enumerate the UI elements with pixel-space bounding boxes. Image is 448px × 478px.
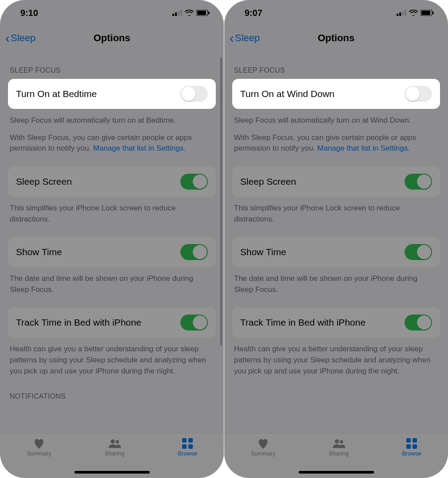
- home-indicator[interactable]: [74, 471, 150, 474]
- row-show-time[interactable]: Show Time: [232, 237, 440, 267]
- tab-bar: Summary Sharing Browse: [224, 433, 448, 478]
- svg-rect-6: [208, 12, 210, 14]
- toggle-sleep-focus[interactable]: [405, 86, 432, 102]
- nav-bar: ‹ Sleep Options: [224, 26, 448, 51]
- toggle-track-time[interactable]: [180, 315, 208, 330]
- row-show-time[interactable]: Show Time: [8, 237, 216, 267]
- manage-settings-link[interactable]: Manage that list in Settings.: [317, 144, 410, 152]
- scrollbar[interactable]: [220, 58, 222, 346]
- tab-sharing[interactable]: Sharing: [105, 438, 125, 457]
- toggle-sleep-screen[interactable]: [405, 174, 432, 190]
- toggle-track-time[interactable]: [405, 315, 432, 330]
- toggle-sleep-focus[interactable]: [180, 86, 208, 102]
- back-button[interactable]: ‹ Sleep: [230, 31, 260, 45]
- footnote-track-time: Health can give you a better understandi…: [232, 338, 440, 377]
- row-label: Sleep Screen: [16, 176, 72, 187]
- row-sleep-screen[interactable]: Sleep Screen: [232, 167, 440, 197]
- svg-rect-22: [406, 438, 411, 443]
- page-title: Options: [93, 32, 130, 44]
- phone-screen-left: 9:10 ‹ Sleep Options SLEEP FOCUS Turn On…: [0, 0, 224, 478]
- row-sleep-screen[interactable]: Sleep Screen: [8, 167, 216, 197]
- screen-divider: [224, 0, 225, 478]
- svg-point-21: [339, 440, 343, 444]
- phone-screen-right: 9:07 ‹ Sleep Options SLEEP FOCUS Turn On…: [224, 0, 448, 478]
- back-label: Sleep: [235, 32, 260, 44]
- footnote-track-time: Health can give you a better understandi…: [8, 338, 216, 377]
- back-button[interactable]: ‹ Sleep: [5, 31, 35, 45]
- tab-label: Summary: [27, 450, 51, 457]
- status-time: 9:10: [20, 8, 38, 18]
- heart-icon: [257, 438, 270, 449]
- tab-summary[interactable]: Summary: [251, 438, 276, 457]
- nav-bar: ‹ Sleep Options: [0, 26, 224, 51]
- row-turn-on-wind-down[interactable]: Turn On at Wind Down: [232, 79, 440, 109]
- svg-point-7: [110, 439, 114, 443]
- back-label: Sleep: [11, 32, 35, 44]
- row-label: Turn On at Bedtime: [16, 89, 97, 99]
- row-track-time[interactable]: Track Time in Bed with iPhone: [232, 307, 440, 338]
- grid-icon: [181, 438, 194, 449]
- battery-icon: [196, 8, 210, 18]
- row-label: Sleep Screen: [240, 176, 296, 187]
- content-scroll[interactable]: SLEEP FOCUS Turn On at Wind Down Sleep F…: [224, 51, 448, 377]
- tab-browse[interactable]: Browse: [178, 438, 197, 457]
- content-scroll[interactable]: SLEEP FOCUS Turn On at Bedtime Sleep Foc…: [0, 51, 224, 405]
- section-header-notifications: NOTIFICATIONS: [8, 377, 216, 405]
- svg-rect-1: [175, 12, 177, 16]
- tab-sharing[interactable]: Sharing: [329, 438, 349, 457]
- svg-rect-24: [406, 444, 411, 449]
- tab-label: Sharing: [329, 450, 349, 457]
- tab-browse[interactable]: Browse: [402, 438, 421, 457]
- svg-rect-25: [413, 444, 417, 449]
- tab-label: Browse: [402, 450, 421, 457]
- svg-rect-10: [188, 438, 193, 443]
- status-bar: 9:07: [224, 0, 448, 26]
- wifi-icon: [185, 8, 194, 18]
- battery-icon: [421, 8, 434, 18]
- tab-label: Browse: [178, 450, 197, 457]
- footnote-show-time: The date and time will be shown on your …: [232, 267, 440, 295]
- footnote-sf-2: With Sleep Focus, you can give certain p…: [8, 126, 216, 154]
- svg-rect-15: [402, 11, 404, 16]
- svg-rect-11: [182, 444, 187, 449]
- svg-rect-19: [432, 12, 434, 14]
- tab-bar: Summary Sharing Browse: [0, 433, 224, 478]
- svg-rect-0: [172, 14, 174, 16]
- svg-rect-5: [197, 11, 206, 15]
- svg-point-20: [335, 439, 339, 443]
- toggle-show-time[interactable]: [180, 244, 208, 260]
- heart-icon: [32, 438, 46, 449]
- tab-label: Summary: [251, 450, 276, 457]
- toggle-sleep-screen[interactable]: [180, 174, 208, 190]
- wifi-icon: [409, 8, 418, 18]
- status-icons: [172, 8, 210, 18]
- svg-rect-12: [188, 444, 193, 449]
- toggle-show-time[interactable]: [405, 244, 432, 260]
- tab-summary[interactable]: Summary: [27, 438, 51, 457]
- svg-rect-9: [182, 438, 187, 443]
- status-bar: 9:10: [0, 0, 224, 26]
- people-icon: [108, 438, 121, 449]
- footnote-show-time: The date and time will be shown on your …: [8, 267, 216, 295]
- row-turn-on-bedtime[interactable]: Turn On at Bedtime: [8, 79, 216, 109]
- svg-rect-2: [178, 11, 179, 16]
- row-track-time[interactable]: Track Time in Bed with iPhone: [8, 307, 216, 338]
- cellular-icon: [397, 8, 406, 18]
- comparison-stage: 9:10 ‹ Sleep Options SLEEP FOCUS Turn On…: [0, 0, 448, 478]
- svg-rect-16: [405, 10, 406, 16]
- chevron-left-icon: ‹: [5, 31, 10, 45]
- status-icons: [397, 8, 434, 18]
- row-label: Track Time in Bed with iPhone: [240, 317, 366, 328]
- section-header-sleep-focus: SLEEP FOCUS: [8, 51, 216, 79]
- svg-point-8: [115, 440, 119, 444]
- row-label: Turn On at Wind Down: [240, 89, 335, 99]
- footnote-sleep-screen: This simplifies your iPhone Lock screen …: [8, 197, 216, 225]
- svg-rect-14: [399, 12, 401, 16]
- manage-settings-link[interactable]: Manage that list in Settings.: [93, 144, 186, 152]
- svg-rect-3: [180, 10, 182, 16]
- svg-rect-23: [413, 438, 417, 443]
- chevron-left-icon: ‹: [230, 31, 234, 45]
- people-icon: [332, 438, 346, 449]
- home-indicator[interactable]: [299, 471, 374, 474]
- grid-icon: [405, 438, 418, 449]
